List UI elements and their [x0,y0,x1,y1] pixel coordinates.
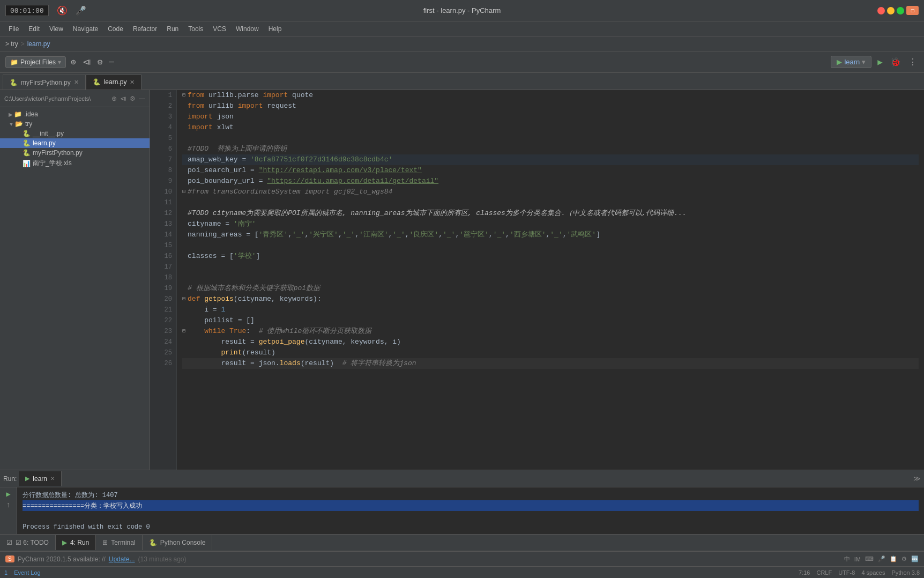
menu-navigate[interactable]: Navigate [69,24,102,34]
minus-btn[interactable]: — [107,56,116,69]
run-btn[interactable]: ▶ [876,55,884,69]
gear-btn[interactable]: ⚙ [96,55,105,69]
line-ending[interactable]: CRLF [816,569,832,576]
status-right: 7:16 CRLF UTF-8 4 spaces Python 3.8 [799,569,920,576]
sidebar-icon4[interactable]: — [139,95,145,102]
tab-terminal[interactable]: ⊞ Terminal [96,535,142,550]
code-line-22: ⊟ poilist = [] [182,315,919,326]
tab-python-console[interactable]: 🐍 Python Console [143,535,213,550]
sidebar-item-xls[interactable]: ▶ 📊 南宁_学校.xls [0,158,150,169]
run-panel-label: Run: [3,475,17,483]
language[interactable]: Python 3.8 [891,569,920,576]
breadcrumb: > try > learn.py [0,36,924,51]
add-module-btn[interactable]: ⊕ [69,55,78,69]
timer-display: 00:01:00 [5,5,49,16]
terminal-icon: ⊞ [102,539,108,546]
collapse-btn[interactable]: ⧏ [81,55,93,69]
breadcrumb-try[interactable]: > try [5,40,18,48]
menu-vcs[interactable]: VCS [208,24,230,34]
code-line-23: ⊟ while True: # 使用while循环不断分页获取数据 [182,326,919,337]
run-play-btn[interactable]: ▶ [6,490,10,499]
run-output-line-1: 分行数据总数量: 总数为: 1407 [23,490,919,500]
run-tab-learn[interactable]: ▶ learn ✕ [19,471,62,486]
maximize-button[interactable]: ▢ [897,7,904,14]
breadcrumb-file[interactable]: learn.py [27,40,50,48]
tab-learn[interactable]: 🐍 learn.py ✕ [86,75,142,90]
file-icon-myfirstpython: 🐍 [23,149,31,157]
run-config-selector[interactable]: ▶ learn ▾ [831,56,871,68]
tab-icon-learn: 🐍 [93,78,101,86]
run-panel: Run: ▶ learn ✕ ≫ ▶ ↑ 分行数据总数量: 总数为: 1407 … [0,470,924,534]
sidebar-label-try: try [25,120,32,128]
code-line-16: ⊟classes = ['学校'] [182,251,919,262]
run-tab-close[interactable]: ✕ [50,476,55,481]
code-line-8: ⊟poi_search_url = "http://restapi.amap.c… [182,165,919,176]
tab-close-myfirstpython[interactable]: ✕ [74,79,79,86]
code-line-18 [182,272,919,283]
tab-myfirstpython[interactable]: 🐍 myFirstPython.py ✕ [3,75,86,90]
sidebar-item-init[interactable]: ▶ 🐍 __init__.py [0,129,150,138]
im-toggle3[interactable]: 🎤 [878,555,885,562]
input-method-icon: 中 [844,555,850,563]
sidebar-icon2[interactable]: ⧏ [120,95,126,102]
close-button[interactable]: ✕ [877,7,885,14]
tab-todo[interactable]: ☑ ☑ 6: TODO [0,535,56,550]
code-line-1: ⊟from urllib.parse import quote [182,90,919,101]
audio-icon[interactable]: 🔇 [57,5,68,16]
sidebar-item-try[interactable]: ▼ 📂 try [0,119,150,129]
sidebar-icon1[interactable]: ⊕ [111,95,117,102]
sidebar-item-learn[interactable]: ▶ 🐍 learn.py [0,138,150,148]
toolbar-right: ▶ learn ▾ ▶ 🐞 ⋮ [831,55,919,69]
menu-code[interactable]: Code [103,24,128,34]
im-toggle4[interactable]: 📋 [890,555,897,562]
menu-window[interactable]: Window [232,24,263,34]
menu-edit[interactable]: Edit [24,24,44,34]
menu-refactor[interactable]: Refactor [129,24,161,34]
run-up-btn[interactable]: ↑ [6,501,10,509]
restore-button[interactable]: ❐ [906,6,919,15]
code-lines[interactable]: ⊟from urllib.parse import quote ⊟from ur… [177,90,924,470]
code-editor[interactable]: 12345 678910 1112131415 1617181920 21222… [150,90,924,470]
terminal-label: Terminal [111,539,135,546]
todo-icon: ☑ [6,539,12,546]
arrow-try: ▼ [9,121,14,127]
sidebar-item-myfirstpython[interactable]: ▶ 🐍 myFirstPython.py [0,148,150,158]
sidebar-item-idea[interactable]: ▶ 📁 .idea [0,109,150,119]
sonar-icon: S [5,555,14,562]
toolbar: 📁 Project Files ▾ ⊕ ⧏ ⚙ — ▶ learn ▾ ▶ 🐞 … [0,51,924,73]
code-line-7: ⊟amap_web_key = '8cfa87751cf0f27d3146d9c… [182,154,919,165]
file-icon-xls: 📊 [23,160,31,167]
encoding[interactable]: UTF-8 [838,569,855,576]
im-toggle2[interactable]: ⌨ [865,555,874,562]
menu-view[interactable]: View [45,24,68,34]
sidebar-icon3[interactable]: ⚙ [130,95,136,102]
sidebar-header: C:\Users\victor\PycharmProjects\ ⊕ ⧏ ⚙ — [0,90,150,107]
im-toggle1[interactable]: IM [854,556,861,562]
sidebar-content: ▶ 📁 .idea ▼ 📂 try ▶ 🐍 __init__.py [0,107,150,470]
more-btn[interactable]: ⋮ [907,55,919,69]
project-files-btn[interactable]: 📁 Project Files ▾ [5,56,66,68]
event-log-label[interactable]: Event Log [14,569,41,576]
code-line-5 [182,133,919,144]
notification-text: PyCharm 2020.1.5 available: // [18,555,106,563]
mic-icon[interactable]: 🎤 [76,5,86,16]
sidebar-label-myfirstpython: myFirstPython.py [33,149,83,157]
tab-close-learn[interactable]: ✕ [130,79,135,86]
tab-label-myfirstpython: myFirstPython.py [21,79,71,86]
im-toggle5[interactable]: ⚙ [901,555,907,562]
code-line-25: ⊟ print(result) [182,347,919,358]
code-line-2: ⊟from urllib import request [182,101,919,112]
code-line-4: ⊟import xlwt [182,122,919,133]
cursor-position: 7:16 [799,569,810,576]
menu-tools[interactable]: Tools [184,24,207,34]
menu-run[interactable]: Run [162,24,183,34]
update-link[interactable]: Update... [109,555,135,563]
minimize-button[interactable]: – [887,7,895,14]
tab-run[interactable]: ▶ 4: Run [56,535,96,550]
menu-help[interactable]: Help [264,24,286,34]
debug-btn[interactable]: 🐞 [889,55,903,69]
im-toggle6[interactable]: 🔤 [911,555,919,562]
run-output-line-4: Process finished with exit code 0 [23,522,919,532]
menu-file[interactable]: File [4,24,23,34]
indent[interactable]: 4 spaces [861,569,885,576]
